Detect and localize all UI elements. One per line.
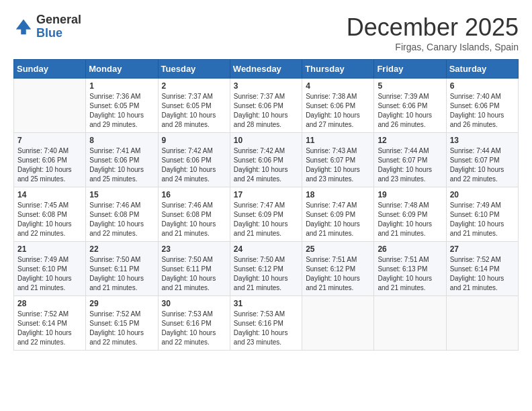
calendar-day-cell: 10Sunrise: 7:42 AMSunset: 6:06 PMDayligh… [230, 133, 302, 187]
calendar-week-row: 7Sunrise: 7:40 AMSunset: 6:06 PMDaylight… [14, 133, 519, 187]
calendar-day-cell: 20Sunrise: 7:49 AMSunset: 6:10 PMDayligh… [446, 187, 518, 242]
calendar-day-cell: 13Sunrise: 7:44 AMSunset: 6:07 PMDayligh… [446, 133, 518, 187]
day-info: Sunrise: 7:52 AMSunset: 6:14 PMDaylight:… [450, 255, 515, 293]
day-info: Sunrise: 7:49 AMSunset: 6:10 PMDaylight:… [450, 201, 515, 238]
day-info: Sunrise: 7:36 AMSunset: 6:05 PMDaylight:… [89, 92, 154, 130]
weekday-header: Sunday [14, 60, 86, 79]
day-info: Sunrise: 7:49 AMSunset: 6:10 PMDaylight:… [17, 255, 82, 293]
calendar-day-cell: 6Sunrise: 7:40 AMSunset: 6:06 PMDaylight… [446, 79, 518, 133]
day-number: 6 [450, 81, 515, 91]
day-info: Sunrise: 7:50 AMSunset: 6:12 PMDaylight:… [234, 255, 298, 293]
day-number: 5 [378, 81, 442, 91]
weekday-header: Friday [374, 60, 446, 79]
calendar-day-cell: 15Sunrise: 7:46 AMSunset: 6:08 PMDayligh… [86, 187, 158, 242]
calendar-day-cell: 7Sunrise: 7:40 AMSunset: 6:06 PMDaylight… [14, 133, 86, 187]
day-number: 15 [89, 190, 154, 199]
day-info: Sunrise: 7:50 AMSunset: 6:11 PMDaylight:… [162, 255, 226, 293]
calendar-day-cell: 26Sunrise: 7:51 AMSunset: 6:13 PMDayligh… [374, 242, 446, 296]
calendar-day-cell: 22Sunrise: 7:50 AMSunset: 6:11 PMDayligh… [86, 242, 158, 296]
calendar-day-cell: 19Sunrise: 7:48 AMSunset: 6:09 PMDayligh… [374, 187, 446, 242]
calendar-day-cell: 16Sunrise: 7:46 AMSunset: 6:08 PMDayligh… [158, 187, 230, 242]
day-info: Sunrise: 7:37 AMSunset: 6:05 PMDaylight:… [162, 92, 226, 130]
calendar-day-cell: 3Sunrise: 7:37 AMSunset: 6:06 PMDaylight… [230, 79, 302, 133]
day-number: 4 [306, 81, 370, 91]
day-number: 25 [306, 244, 370, 254]
day-info: Sunrise: 7:47 AMSunset: 6:09 PMDaylight:… [234, 201, 298, 238]
weekday-header: Tuesday [158, 60, 230, 79]
day-info: Sunrise: 7:41 AMSunset: 6:06 PMDaylight:… [89, 146, 154, 184]
day-info: Sunrise: 7:44 AMSunset: 6:07 PMDaylight:… [450, 146, 515, 184]
calendar-week-row: 21Sunrise: 7:49 AMSunset: 6:10 PMDayligh… [14, 242, 519, 296]
day-number: 27 [450, 244, 515, 254]
calendar-week-row: 1Sunrise: 7:36 AMSunset: 6:05 PMDaylight… [14, 79, 519, 133]
day-number: 13 [450, 136, 515, 145]
day-number: 31 [234, 299, 298, 308]
day-number: 18 [306, 190, 370, 199]
calendar-day-cell [446, 296, 518, 351]
calendar-day-cell: 9Sunrise: 7:42 AMSunset: 6:06 PMDaylight… [158, 133, 230, 187]
calendar-day-cell: 21Sunrise: 7:49 AMSunset: 6:10 PMDayligh… [14, 242, 86, 296]
day-number: 19 [378, 190, 442, 199]
calendar-day-cell: 12Sunrise: 7:44 AMSunset: 6:07 PMDayligh… [374, 133, 446, 187]
day-info: Sunrise: 7:42 AMSunset: 6:06 PMDaylight:… [162, 146, 226, 184]
logo: General Blue [13, 13, 81, 40]
day-info: Sunrise: 7:50 AMSunset: 6:11 PMDaylight:… [89, 255, 154, 293]
day-info: Sunrise: 7:38 AMSunset: 6:06 PMDaylight:… [306, 92, 370, 130]
calendar-day-cell: 14Sunrise: 7:45 AMSunset: 6:08 PMDayligh… [14, 187, 86, 242]
day-number: 8 [89, 136, 154, 145]
day-number: 3 [234, 81, 298, 91]
day-info: Sunrise: 7:51 AMSunset: 6:12 PMDaylight:… [306, 255, 370, 293]
day-info: Sunrise: 7:53 AMSunset: 6:16 PMDaylight:… [162, 310, 226, 347]
day-number: 21 [17, 244, 82, 254]
calendar-day-cell: 30Sunrise: 7:53 AMSunset: 6:16 PMDayligh… [158, 296, 230, 351]
day-number: 1 [89, 81, 154, 91]
location-text: Firgas, Canary Islands, Spain [347, 42, 519, 52]
day-info: Sunrise: 7:40 AMSunset: 6:06 PMDaylight:… [450, 92, 515, 130]
day-info: Sunrise: 7:37 AMSunset: 6:06 PMDaylight:… [234, 92, 298, 130]
day-info: Sunrise: 7:46 AMSunset: 6:08 PMDaylight:… [162, 201, 226, 238]
calendar-day-cell: 2Sunrise: 7:37 AMSunset: 6:05 PMDaylight… [158, 79, 230, 133]
day-info: Sunrise: 7:53 AMSunset: 6:16 PMDaylight:… [234, 310, 298, 347]
logo-general-text: General [36, 13, 81, 27]
day-number: 17 [234, 190, 298, 199]
calendar-day-cell: 23Sunrise: 7:50 AMSunset: 6:11 PMDayligh… [158, 242, 230, 296]
calendar-day-cell: 24Sunrise: 7:50 AMSunset: 6:12 PMDayligh… [230, 242, 302, 296]
day-info: Sunrise: 7:44 AMSunset: 6:07 PMDaylight:… [378, 146, 442, 184]
day-info: Sunrise: 7:45 AMSunset: 6:08 PMDaylight:… [17, 201, 82, 238]
calendar-day-cell: 5Sunrise: 7:39 AMSunset: 6:06 PMDaylight… [374, 79, 446, 133]
weekday-header: Saturday [446, 60, 518, 79]
calendar-day-cell: 18Sunrise: 7:47 AMSunset: 6:09 PMDayligh… [302, 187, 374, 242]
day-number: 30 [162, 299, 226, 308]
weekday-header-row: SundayMondayTuesdayWednesdayThursdayFrid… [14, 60, 519, 79]
day-info: Sunrise: 7:43 AMSunset: 6:07 PMDaylight:… [306, 146, 370, 184]
day-number: 11 [306, 136, 370, 145]
day-info: Sunrise: 7:52 AMSunset: 6:14 PMDaylight:… [17, 310, 82, 347]
logo-text: General Blue [36, 13, 81, 40]
calendar-day-cell [14, 79, 86, 133]
day-number: 7 [17, 136, 82, 145]
day-info: Sunrise: 7:42 AMSunset: 6:06 PMDaylight:… [234, 146, 298, 184]
calendar-day-cell: 17Sunrise: 7:47 AMSunset: 6:09 PMDayligh… [230, 187, 302, 242]
day-number: 16 [162, 190, 226, 199]
day-number: 10 [234, 136, 298, 145]
day-number: 14 [17, 190, 82, 199]
day-info: Sunrise: 7:46 AMSunset: 6:08 PMDaylight:… [89, 201, 154, 238]
day-number: 23 [162, 244, 226, 254]
calendar-day-cell: 27Sunrise: 7:52 AMSunset: 6:14 PMDayligh… [446, 242, 518, 296]
calendar-day-cell: 29Sunrise: 7:52 AMSunset: 6:15 PMDayligh… [86, 296, 158, 351]
day-number: 12 [378, 136, 442, 145]
calendar-day-cell: 28Sunrise: 7:52 AMSunset: 6:14 PMDayligh… [14, 296, 86, 351]
day-number: 22 [89, 244, 154, 254]
day-info: Sunrise: 7:52 AMSunset: 6:15 PMDaylight:… [89, 310, 154, 347]
day-number: 28 [17, 299, 82, 308]
calendar-day-cell: 31Sunrise: 7:53 AMSunset: 6:16 PMDayligh… [230, 296, 302, 351]
calendar-day-cell: 8Sunrise: 7:41 AMSunset: 6:06 PMDaylight… [86, 133, 158, 187]
calendar-day-cell [374, 296, 446, 351]
calendar-day-cell: 25Sunrise: 7:51 AMSunset: 6:12 PMDayligh… [302, 242, 374, 296]
day-info: Sunrise: 7:47 AMSunset: 6:09 PMDaylight:… [306, 201, 370, 238]
weekday-header: Monday [86, 60, 158, 79]
logo-icon [13, 17, 34, 37]
calendar-day-cell [302, 296, 374, 351]
day-number: 20 [450, 190, 515, 199]
logo-blue-text: Blue [36, 27, 81, 40]
